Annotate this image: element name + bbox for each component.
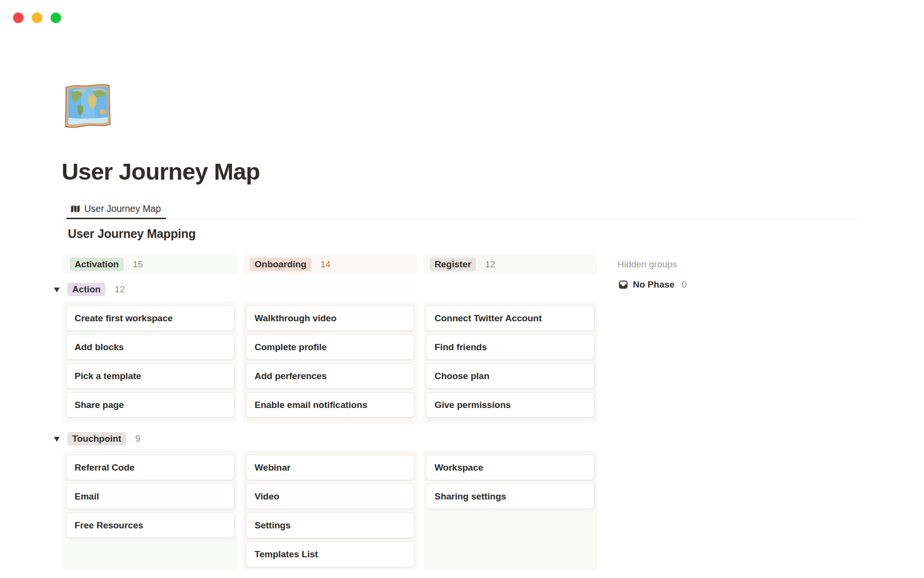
- board-card[interactable]: Referral Code: [66, 455, 234, 480]
- board-card[interactable]: Workspace: [426, 455, 594, 480]
- column-header-activation[interactable]: Activation 15: [63, 255, 237, 274]
- column-header-register[interactable]: Register 12: [423, 255, 597, 274]
- hidden-group-count: 0: [682, 279, 687, 290]
- board-card[interactable]: Pick a template: [66, 363, 234, 389]
- hidden-group-label: No Phase: [633, 279, 675, 290]
- column-count: 15: [133, 259, 143, 270]
- group-row-action: Action 12: [63, 283, 597, 296]
- board-card[interactable]: Video: [246, 484, 414, 509]
- map-view-icon: [71, 205, 80, 213]
- world-map-emoji-icon: [63, 82, 113, 130]
- triangle-down-icon[interactable]: [54, 437, 60, 442]
- board-card[interactable]: Choose plan: [426, 363, 594, 389]
- group-count: 9: [135, 434, 141, 444]
- board-card[interactable]: Settings: [246, 512, 414, 538]
- column-headers-row: Activation 15 Onboarding 14 Register 12: [63, 255, 597, 274]
- tab-user-journey-map[interactable]: User Journey Map: [66, 200, 166, 219]
- board-card[interactable]: Sharing settings: [426, 484, 594, 509]
- board-card[interactable]: Templates List: [246, 541, 414, 567]
- board-column-lane: Workspace Sharing settings: [423, 451, 597, 570]
- column-badge[interactable]: Onboarding: [250, 258, 311, 272]
- column-count: 14: [321, 259, 331, 270]
- board-card[interactable]: Walkthrough video: [246, 305, 414, 331]
- group-section-touchpoint: Referral Code Email Free Resources Webin…: [63, 451, 597, 570]
- window-controls: [13, 13, 61, 23]
- inbox-icon: [618, 280, 628, 289]
- group-badge[interactable]: Touchpoint: [67, 432, 126, 446]
- hidden-group-no-phase[interactable]: No Phase 0: [618, 279, 687, 290]
- board-column-lane: Connect Twitter Account Find friends Cho…: [423, 302, 597, 423]
- column-count: 12: [485, 259, 495, 270]
- page-title[interactable]: User Journey Map: [62, 158, 260, 185]
- page-icon[interactable]: [63, 82, 113, 130]
- close-button[interactable]: [13, 13, 24, 23]
- board-view: Activation 15 Onboarding 14 Register 12 …: [63, 255, 597, 570]
- group-section-action: Create first workspace Add blocks Pick a…: [63, 302, 597, 423]
- board-card[interactable]: Create first workspace: [66, 305, 234, 331]
- zoom-button[interactable]: [51, 13, 61, 23]
- group-badge[interactable]: Action: [67, 283, 105, 297]
- view-heading: User Journey Mapping: [68, 227, 196, 241]
- board-card[interactable]: Enable email notifications: [246, 392, 414, 418]
- board-card[interactable]: Connect Twitter Account: [426, 305, 594, 331]
- tab-label: User Journey Map: [84, 203, 161, 214]
- board-card[interactable]: Add perferences: [246, 363, 414, 389]
- view-tabbar: User Journey Map: [63, 200, 857, 219]
- board-card[interactable]: Add blocks: [66, 334, 234, 360]
- minimize-button[interactable]: [32, 13, 42, 23]
- board-card[interactable]: Give permissions: [426, 392, 594, 418]
- group-row-touchpoint: Touchpoint 9: [63, 433, 597, 445]
- board-card[interactable]: Webinar: [246, 455, 414, 480]
- column-badge[interactable]: Activation: [70, 258, 124, 272]
- board-card[interactable]: Free Resources: [66, 512, 234, 538]
- board-card[interactable]: Share page: [66, 392, 234, 418]
- board-column-lane: Walkthrough video Complete profile Add p…: [243, 302, 417, 423]
- board-column-lane: Webinar Video Settings Templates List: [243, 451, 417, 570]
- column-header-onboarding[interactable]: Onboarding 14: [243, 255, 417, 274]
- column-badge[interactable]: Register: [430, 258, 476, 272]
- triangle-down-icon[interactable]: [54, 288, 60, 292]
- board-column-lane: Create first workspace Add blocks Pick a…: [63, 302, 237, 423]
- board-card[interactable]: Email: [66, 484, 234, 509]
- board-column-lane: Referral Code Email Free Resources: [63, 451, 237, 570]
- board-card[interactable]: Find friends: [426, 334, 594, 360]
- group-count: 12: [115, 284, 125, 295]
- board-card[interactable]: Complete profile: [246, 334, 414, 360]
- hidden-groups-title: Hidden groups: [617, 259, 677, 270]
